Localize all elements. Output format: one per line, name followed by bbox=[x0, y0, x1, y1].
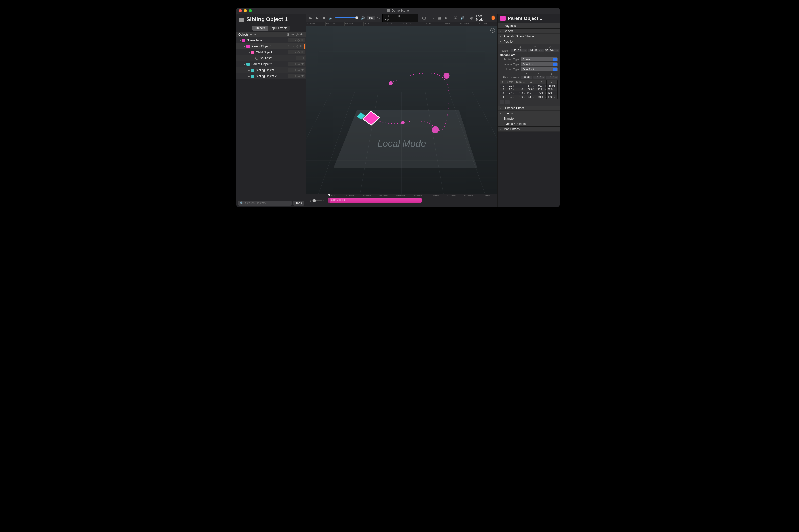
solo-toggle[interactable]: S bbox=[289, 39, 292, 42]
mute-toggle[interactable]: ⇥ bbox=[293, 62, 296, 66]
record-indicator-icon[interactable] bbox=[492, 16, 495, 20]
timecode-display[interactable]: 00 : 00 : 00 . 00 bbox=[382, 13, 418, 23]
mute-toggle[interactable]: ⇥ bbox=[293, 74, 296, 78]
section-acoustic[interactable]: ▸Acoustic Size & Shape bbox=[497, 34, 560, 39]
table-row[interactable]: 43.0 s1.0 s-53.… i80.46 i110.… i bbox=[500, 95, 558, 99]
loop-type-dropdown[interactable]: One Shot⌃⌄ bbox=[521, 68, 558, 71]
tree-row[interactable]: ▾Parent Object 1S⇥◎👁 bbox=[236, 43, 306, 49]
tree-row[interactable]: ▸Sibling Object 1S⇥◎👁 bbox=[236, 67, 306, 73]
mute-toggle[interactable]: ⇥ bbox=[292, 44, 295, 48]
settings-icon[interactable]: ⚙ bbox=[444, 15, 448, 20]
section-transform[interactable]: ▸Transform bbox=[497, 116, 560, 121]
tree-row[interactable]: ▾Parent Object 2S⇥◎👁 bbox=[236, 61, 306, 67]
table-row[interactable]: 32.0 s1.0 s115.… i5.99 i149.… i bbox=[500, 91, 558, 95]
target-toggle[interactable]: ◎ bbox=[297, 51, 300, 54]
volume-up-icon[interactable]: 🔊 bbox=[361, 15, 365, 20]
close-button[interactable] bbox=[239, 9, 242, 12]
remove-object-button[interactable]: − bbox=[254, 33, 257, 36]
th-index[interactable]: # bbox=[500, 80, 505, 84]
waypoint-2[interactable]: 2 bbox=[432, 126, 439, 133]
table-add-row-button[interactable]: + bbox=[500, 100, 504, 104]
visibility-toggle[interactable]: 👁 bbox=[301, 69, 304, 72]
disclose-toggle[interactable]: ▾ bbox=[243, 62, 246, 66]
timeline-clip[interactable]: Parent Object 1 bbox=[328, 198, 422, 203]
section-effects[interactable]: ▸Effects bbox=[497, 111, 560, 116]
to-start-button[interactable]: ⏮ bbox=[309, 15, 313, 20]
visibility-toggle[interactable]: 👁 bbox=[301, 51, 304, 54]
add-object-button[interactable]: + bbox=[249, 33, 253, 36]
contrast-icon[interactable]: ◐ bbox=[470, 15, 474, 20]
expand-icon[interactable]: ⤢ bbox=[540, 49, 543, 52]
section-events[interactable]: ▸Events & Scripts bbox=[497, 121, 560, 127]
visibility-toggle[interactable]: 👁 bbox=[299, 44, 303, 48]
section-distance[interactable]: ▸Distance Effect bbox=[497, 106, 560, 111]
tree-row[interactable]: SoundsetS⇥ bbox=[236, 55, 306, 61]
disclose-toggle[interactable]: ▸ bbox=[247, 69, 251, 72]
expand-icon[interactable]: ⤢ bbox=[556, 49, 559, 52]
tags-button[interactable]: Tags bbox=[293, 201, 304, 206]
section-map[interactable]: ▸Map Entries bbox=[497, 127, 560, 132]
section-position[interactable]: ▾Position bbox=[497, 39, 560, 44]
impulse-type-dropdown[interactable]: Duration⌃⌄ bbox=[521, 62, 558, 66]
section-playback[interactable]: ▸Playback bbox=[497, 23, 560, 28]
motion-path-end-node[interactable] bbox=[388, 81, 393, 86]
minimize-button[interactable] bbox=[244, 9, 247, 12]
solo-toggle[interactable]: S bbox=[289, 51, 292, 54]
solo-toggle[interactable]: S bbox=[289, 62, 292, 66]
target-toggle[interactable]: ◎ bbox=[297, 62, 300, 66]
solo-toggle[interactable]: S bbox=[288, 44, 291, 48]
tab-objects[interactable]: Objects bbox=[252, 26, 268, 31]
tree-row[interactable]: ▾Scene RootS⇥◎👁 bbox=[236, 37, 306, 43]
expand-icon[interactable]: ⤢ bbox=[524, 49, 527, 52]
motion-type-dropdown[interactable]: Curve⌃⌄ bbox=[521, 57, 558, 61]
playhead[interactable] bbox=[329, 194, 329, 207]
play-button[interactable]: ▶ bbox=[315, 15, 320, 20]
visibility-toggle[interactable]: 👁 bbox=[301, 74, 304, 78]
position-x-input[interactable]: -57.22in⤢ bbox=[511, 49, 527, 52]
frame-step-icon[interactable]: ⇥▢ bbox=[420, 15, 425, 20]
scrub-right-arrow[interactable]: › bbox=[323, 198, 324, 203]
time-ruler-top[interactable]: 0:00:0000:10:0000:20:0000:30:0000:40:000… bbox=[306, 22, 497, 26]
solo-toggle[interactable]: S bbox=[289, 69, 292, 72]
disclose-toggle[interactable]: ▾ bbox=[238, 39, 242, 42]
tree-row[interactable]: ▾Child ObjectS⇥◎👁 bbox=[236, 49, 306, 55]
target-toggle[interactable]: ◎ bbox=[297, 74, 300, 78]
section-general[interactable]: ▸General bbox=[497, 28, 560, 34]
timeline-tracks[interactable]: 0:00:0000:10:0000:20:0000:30:0000:40:000… bbox=[327, 194, 497, 207]
time-ruler-bottom[interactable]: 0:00:0000:10:0000:20:0000:30:0000:40:000… bbox=[327, 194, 497, 197]
visibility-toggle[interactable]: 👁 bbox=[301, 39, 304, 42]
th-duration[interactable]: Durat… bbox=[515, 80, 526, 84]
motion-path-node[interactable] bbox=[401, 121, 405, 125]
grid-icon[interactable]: ▦ bbox=[437, 15, 441, 20]
table-row[interactable]: 21.0 s1.0 s86.82 i-128… i56.0… i bbox=[500, 88, 558, 91]
target-toggle[interactable]: ◎ bbox=[296, 44, 299, 48]
visibility-toggle[interactable]: 👁 bbox=[301, 62, 304, 66]
th-z[interactable]: Z bbox=[547, 80, 558, 84]
solo-toggle[interactable]: S bbox=[289, 74, 292, 78]
viewport-3d[interactable]: i bbox=[306, 26, 497, 194]
mute-toggle[interactable]: ⇥ bbox=[301, 56, 304, 60]
table-row[interactable]: 10.0 s-57.… i-99.… i56.06 i bbox=[500, 84, 558, 88]
tab-input-events[interactable]: Input Events bbox=[268, 26, 290, 31]
zoom-value[interactable]: 100 bbox=[367, 16, 375, 20]
target-toggle[interactable]: ◎ bbox=[297, 69, 300, 72]
position-z-input[interactable]: 56.06in⤢ bbox=[545, 49, 559, 52]
perspective-icon[interactable]: ▱ bbox=[431, 15, 435, 20]
audio-icon[interactable]: 🔊 bbox=[460, 15, 464, 20]
tree-row[interactable]: ▸Sibling Object 2S⇥◎👁 bbox=[236, 73, 306, 79]
mute-toggle[interactable]: ⇥ bbox=[293, 39, 296, 42]
target-toggle[interactable]: ◎ bbox=[297, 39, 300, 42]
mute-toggle[interactable]: ⇥ bbox=[293, 69, 296, 72]
volume-slider[interactable] bbox=[335, 17, 358, 18]
disclose-toggle[interactable]: ▸ bbox=[247, 74, 251, 78]
th-x[interactable]: X bbox=[526, 80, 536, 84]
randomness-z-input[interactable]: 0.0in bbox=[546, 76, 558, 79]
disclose-toggle[interactable]: ▾ bbox=[243, 44, 246, 48]
disclose-toggle[interactable]: ▾ bbox=[247, 51, 251, 54]
search-objects-input[interactable]: 🔍 bbox=[238, 201, 292, 206]
s-mode-icon[interactable]: Ⓢ bbox=[453, 15, 457, 20]
th-start[interactable]: Start bbox=[505, 80, 515, 84]
volume-down-icon[interactable]: 🔈 bbox=[328, 15, 333, 20]
solo-toggle[interactable]: S bbox=[297, 56, 300, 60]
pause-button[interactable]: ⏸ bbox=[322, 15, 326, 20]
